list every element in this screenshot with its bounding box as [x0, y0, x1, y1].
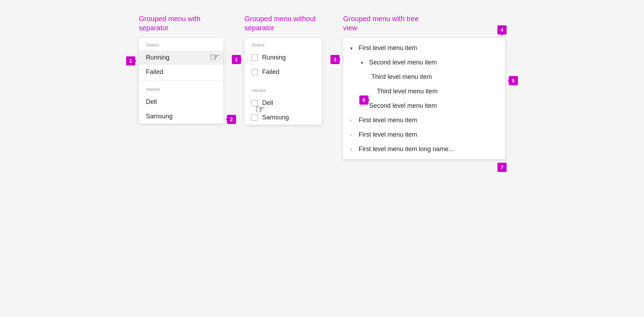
checkbox-item-samsung[interactable]: Samsung: [244, 110, 322, 125]
checkbox-samsung-label: Samsung: [262, 114, 289, 121]
badge-1-s2: 1: [232, 55, 241, 64]
tree-item-first-level-expanded[interactable]: ▾ First level menu item: [343, 41, 505, 55]
tree-item-first-level-collapsed-1[interactable]: › First level menu item: [343, 113, 505, 128]
checkbox-dell-label: Dell: [262, 99, 273, 107]
menu-item-failed-1-label: Failed: [146, 68, 163, 76]
tree-item-first-level-long[interactable]: › First level menu item long name...: [343, 142, 505, 156]
tree-item-first-level-collapsed-2[interactable]: › First level menu item: [343, 128, 505, 142]
section3-title: Grouped menu with treeview: [343, 14, 419, 32]
tree-menu-wrapper: 3 4 5 6 7 ▾ First level menu item ▾ Seco…: [343, 38, 505, 159]
menu-item-samsung-1[interactable]: Samsung: [139, 109, 223, 124]
group-label-vendor-2: Vendor: [244, 83, 322, 96]
tree-item-second-level-expanded[interactable]: ▾ Second level menu item: [343, 55, 505, 70]
chevron-right-1b: ›: [350, 132, 356, 137]
checkbox-dell[interactable]: [252, 100, 258, 106]
badge-4: 4: [497, 25, 507, 35]
menu-without-separator-wrapper: 1 Status Running Failed Vendor Dell: [244, 38, 322, 125]
tree-item-third-level-label-1: Third level menu item: [371, 73, 432, 81]
menu-item-dell-1[interactable]: Dell: [139, 95, 223, 109]
menu-item-running-1-label: Running: [146, 54, 169, 61]
chevron-right-1c: ›: [350, 147, 356, 152]
group-label-vendor-1: Vendor: [139, 82, 223, 95]
badge-3: 3: [330, 55, 340, 64]
group-label-status-2: Status: [244, 38, 322, 50]
chevron-down-2: ▾: [361, 60, 366, 66]
spacer-2: [244, 79, 322, 83]
menu-item-failed-1[interactable]: Failed: [139, 65, 223, 79]
menu-card-separator: Status Running ☞ Failed Vendor Dell Sams…: [139, 38, 223, 124]
menu-with-separator-wrapper: 1 2 Status Running ☞ Failed Vendor Dell: [139, 38, 223, 124]
tree-item-first-level-label-3: First level menu item: [359, 131, 417, 138]
badge-5: 5: [509, 76, 518, 85]
badge-2: 2: [227, 115, 236, 124]
section-grouped-without-separator: Grouped menu withoutseparator 1 Status R…: [244, 14, 322, 125]
section-tree-view: Grouped menu with treeview 3 4 5 6 7 ▾ F…: [343, 14, 505, 159]
tree-item-third-level-label-2: Third level menu item: [377, 88, 438, 95]
menu-item-running-1[interactable]: Running ☞: [139, 50, 223, 65]
badge-7: 7: [497, 163, 507, 172]
chevron-right-1a: ›: [350, 118, 356, 123]
checkbox-running-label: Running: [262, 54, 286, 61]
menu-item-samsung-1-label: Samsung: [146, 113, 173, 120]
chevron-down-1: ▾: [350, 45, 356, 51]
checkbox-failed[interactable]: [252, 69, 258, 75]
badge-1: 1: [126, 56, 135, 66]
checkbox-item-failed[interactable]: Failed: [244, 65, 322, 79]
checkbox-failed-label: Failed: [262, 68, 279, 76]
menu-card-no-separator: Status Running Failed Vendor Dell: [244, 38, 322, 125]
checkbox-samsung[interactable]: [252, 114, 258, 121]
tree-item-first-level-label: First level menu item: [359, 44, 417, 52]
tree-item-second-level-label-1: Second level menu item: [369, 59, 437, 66]
tree-item-second-level-label-2: Second level menu item: [369, 102, 437, 110]
tree-item-first-level-long-label: First level menu item long name...: [359, 145, 454, 153]
separator-1: [139, 81, 223, 81]
badge-6: 6: [359, 95, 369, 105]
group-label-status-1: Status: [139, 38, 223, 50]
checkbox-running[interactable]: [252, 55, 258, 61]
checkbox-item-dell[interactable]: Dell: [244, 96, 322, 110]
tree-item-first-level-label-2: First level menu item: [359, 117, 417, 124]
section1-title: Grouped menu withseparator: [139, 14, 200, 32]
section-grouped-with-separator: Grouped menu withseparator 1 2 Status Ru…: [139, 14, 223, 124]
tree-item-third-level-1[interactable]: Third level menu item: [343, 70, 505, 84]
section2-title: Grouped menu withoutseparator: [244, 14, 316, 32]
checkbox-item-running[interactable]: Running: [244, 50, 322, 65]
cursor-running: ☞: [210, 50, 220, 64]
menu-item-dell-1-label: Dell: [146, 98, 157, 106]
